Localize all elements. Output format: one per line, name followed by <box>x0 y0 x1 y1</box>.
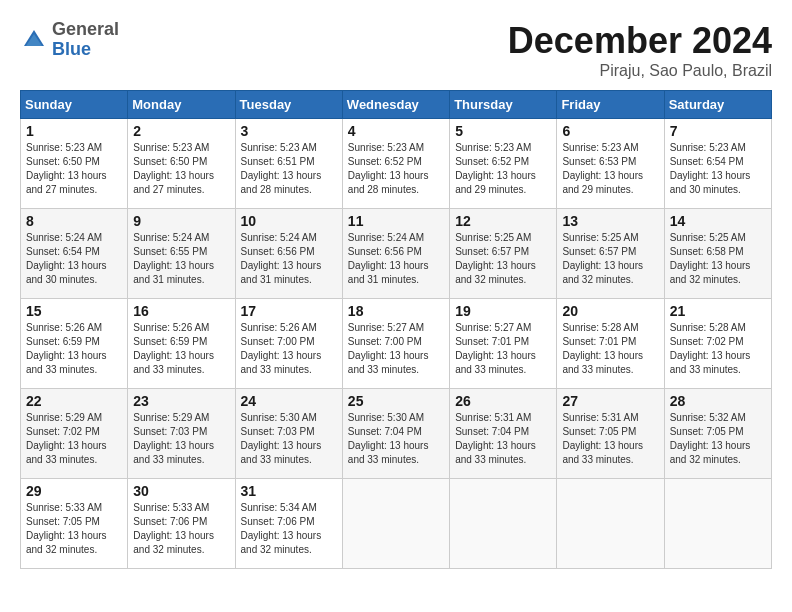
day-info: Sunrise: 5:30 AM Sunset: 7:04 PM Dayligh… <box>348 411 444 467</box>
weekday-monday: Monday <box>128 91 235 119</box>
day-info: Sunrise: 5:23 AM Sunset: 6:50 PM Dayligh… <box>133 141 229 197</box>
location: Piraju, Sao Paulo, Brazil <box>508 62 772 80</box>
calendar-week-4: 22Sunrise: 5:29 AM Sunset: 7:02 PM Dayli… <box>21 389 772 479</box>
day-number: 1 <box>26 123 122 139</box>
calendar-cell: 16Sunrise: 5:26 AM Sunset: 6:59 PM Dayli… <box>128 299 235 389</box>
day-info: Sunrise: 5:23 AM Sunset: 6:53 PM Dayligh… <box>562 141 658 197</box>
calendar-cell: 13Sunrise: 5:25 AM Sunset: 6:57 PM Dayli… <box>557 209 664 299</box>
calendar-cell: 29Sunrise: 5:33 AM Sunset: 7:05 PM Dayli… <box>21 479 128 569</box>
logo-icon <box>20 26 48 54</box>
calendar-week-3: 15Sunrise: 5:26 AM Sunset: 6:59 PM Dayli… <box>21 299 772 389</box>
day-number: 2 <box>133 123 229 139</box>
day-number: 30 <box>133 483 229 499</box>
day-number: 26 <box>455 393 551 409</box>
calendar-cell: 15Sunrise: 5:26 AM Sunset: 6:59 PM Dayli… <box>21 299 128 389</box>
day-info: Sunrise: 5:23 AM Sunset: 6:52 PM Dayligh… <box>455 141 551 197</box>
day-number: 29 <box>26 483 122 499</box>
day-number: 18 <box>348 303 444 319</box>
calendar-cell <box>450 479 557 569</box>
day-info: Sunrise: 5:23 AM Sunset: 6:50 PM Dayligh… <box>26 141 122 197</box>
day-info: Sunrise: 5:28 AM Sunset: 7:02 PM Dayligh… <box>670 321 766 377</box>
day-number: 8 <box>26 213 122 229</box>
logo: General Blue <box>20 20 119 60</box>
day-number: 16 <box>133 303 229 319</box>
day-info: Sunrise: 5:26 AM Sunset: 6:59 PM Dayligh… <box>133 321 229 377</box>
calendar-cell <box>557 479 664 569</box>
calendar-cell: 3Sunrise: 5:23 AM Sunset: 6:51 PM Daylig… <box>235 119 342 209</box>
day-info: Sunrise: 5:29 AM Sunset: 7:02 PM Dayligh… <box>26 411 122 467</box>
calendar-cell: 26Sunrise: 5:31 AM Sunset: 7:04 PM Dayli… <box>450 389 557 479</box>
calendar-cell: 4Sunrise: 5:23 AM Sunset: 6:52 PM Daylig… <box>342 119 449 209</box>
day-number: 25 <box>348 393 444 409</box>
day-info: Sunrise: 5:31 AM Sunset: 7:05 PM Dayligh… <box>562 411 658 467</box>
day-info: Sunrise: 5:25 AM Sunset: 6:57 PM Dayligh… <box>562 231 658 287</box>
day-number: 12 <box>455 213 551 229</box>
day-info: Sunrise: 5:24 AM Sunset: 6:56 PM Dayligh… <box>241 231 337 287</box>
calendar-cell: 24Sunrise: 5:30 AM Sunset: 7:03 PM Dayli… <box>235 389 342 479</box>
calendar-cell: 17Sunrise: 5:26 AM Sunset: 7:00 PM Dayli… <box>235 299 342 389</box>
weekday-wednesday: Wednesday <box>342 91 449 119</box>
day-info: Sunrise: 5:26 AM Sunset: 7:00 PM Dayligh… <box>241 321 337 377</box>
day-number: 3 <box>241 123 337 139</box>
calendar-cell: 21Sunrise: 5:28 AM Sunset: 7:02 PM Dayli… <box>664 299 771 389</box>
calendar-cell: 11Sunrise: 5:24 AM Sunset: 6:56 PM Dayli… <box>342 209 449 299</box>
day-info: Sunrise: 5:29 AM Sunset: 7:03 PM Dayligh… <box>133 411 229 467</box>
day-info: Sunrise: 5:23 AM Sunset: 6:51 PM Dayligh… <box>241 141 337 197</box>
day-number: 24 <box>241 393 337 409</box>
calendar-cell: 2Sunrise: 5:23 AM Sunset: 6:50 PM Daylig… <box>128 119 235 209</box>
day-info: Sunrise: 5:30 AM Sunset: 7:03 PM Dayligh… <box>241 411 337 467</box>
calendar-cell: 25Sunrise: 5:30 AM Sunset: 7:04 PM Dayli… <box>342 389 449 479</box>
calendar-cell: 5Sunrise: 5:23 AM Sunset: 6:52 PM Daylig… <box>450 119 557 209</box>
logo-line1: General <box>52 20 119 40</box>
weekday-tuesday: Tuesday <box>235 91 342 119</box>
day-number: 27 <box>562 393 658 409</box>
day-info: Sunrise: 5:25 AM Sunset: 6:58 PM Dayligh… <box>670 231 766 287</box>
day-number: 13 <box>562 213 658 229</box>
calendar-cell: 28Sunrise: 5:32 AM Sunset: 7:05 PM Dayli… <box>664 389 771 479</box>
calendar-cell <box>342 479 449 569</box>
day-info: Sunrise: 5:25 AM Sunset: 6:57 PM Dayligh… <box>455 231 551 287</box>
day-number: 4 <box>348 123 444 139</box>
day-info: Sunrise: 5:23 AM Sunset: 6:52 PM Dayligh… <box>348 141 444 197</box>
calendar-cell: 23Sunrise: 5:29 AM Sunset: 7:03 PM Dayli… <box>128 389 235 479</box>
weekday-header-row: SundayMondayTuesdayWednesdayThursdayFrid… <box>21 91 772 119</box>
day-number: 7 <box>670 123 766 139</box>
day-number: 9 <box>133 213 229 229</box>
calendar-cell: 19Sunrise: 5:27 AM Sunset: 7:01 PM Dayli… <box>450 299 557 389</box>
day-number: 28 <box>670 393 766 409</box>
calendar-cell: 1Sunrise: 5:23 AM Sunset: 6:50 PM Daylig… <box>21 119 128 209</box>
day-number: 10 <box>241 213 337 229</box>
day-number: 5 <box>455 123 551 139</box>
header: General Blue December 2024 Piraju, Sao P… <box>20 20 772 80</box>
calendar-cell: 12Sunrise: 5:25 AM Sunset: 6:57 PM Dayli… <box>450 209 557 299</box>
day-info: Sunrise: 5:27 AM Sunset: 7:01 PM Dayligh… <box>455 321 551 377</box>
day-number: 21 <box>670 303 766 319</box>
day-number: 20 <box>562 303 658 319</box>
day-info: Sunrise: 5:31 AM Sunset: 7:04 PM Dayligh… <box>455 411 551 467</box>
day-number: 19 <box>455 303 551 319</box>
day-info: Sunrise: 5:23 AM Sunset: 6:54 PM Dayligh… <box>670 141 766 197</box>
calendar-cell: 10Sunrise: 5:24 AM Sunset: 6:56 PM Dayli… <box>235 209 342 299</box>
day-info: Sunrise: 5:27 AM Sunset: 7:00 PM Dayligh… <box>348 321 444 377</box>
weekday-thursday: Thursday <box>450 91 557 119</box>
weekday-friday: Friday <box>557 91 664 119</box>
day-number: 14 <box>670 213 766 229</box>
day-number: 6 <box>562 123 658 139</box>
day-info: Sunrise: 5:28 AM Sunset: 7:01 PM Dayligh… <box>562 321 658 377</box>
calendar-cell <box>664 479 771 569</box>
weekday-saturday: Saturday <box>664 91 771 119</box>
calendar-cell: 18Sunrise: 5:27 AM Sunset: 7:00 PM Dayli… <box>342 299 449 389</box>
day-info: Sunrise: 5:34 AM Sunset: 7:06 PM Dayligh… <box>241 501 337 557</box>
day-info: Sunrise: 5:32 AM Sunset: 7:05 PM Dayligh… <box>670 411 766 467</box>
calendar-cell: 7Sunrise: 5:23 AM Sunset: 6:54 PM Daylig… <box>664 119 771 209</box>
calendar-cell: 30Sunrise: 5:33 AM Sunset: 7:06 PM Dayli… <box>128 479 235 569</box>
calendar-week-1: 1Sunrise: 5:23 AM Sunset: 6:50 PM Daylig… <box>21 119 772 209</box>
calendar-body: 1Sunrise: 5:23 AM Sunset: 6:50 PM Daylig… <box>21 119 772 569</box>
day-info: Sunrise: 5:33 AM Sunset: 7:06 PM Dayligh… <box>133 501 229 557</box>
calendar-cell: 14Sunrise: 5:25 AM Sunset: 6:58 PM Dayli… <box>664 209 771 299</box>
calendar-week-2: 8Sunrise: 5:24 AM Sunset: 6:54 PM Daylig… <box>21 209 772 299</box>
calendar-cell: 31Sunrise: 5:34 AM Sunset: 7:06 PM Dayli… <box>235 479 342 569</box>
calendar-cell: 8Sunrise: 5:24 AM Sunset: 6:54 PM Daylig… <box>21 209 128 299</box>
logo-text: General Blue <box>52 20 119 60</box>
day-number: 15 <box>26 303 122 319</box>
